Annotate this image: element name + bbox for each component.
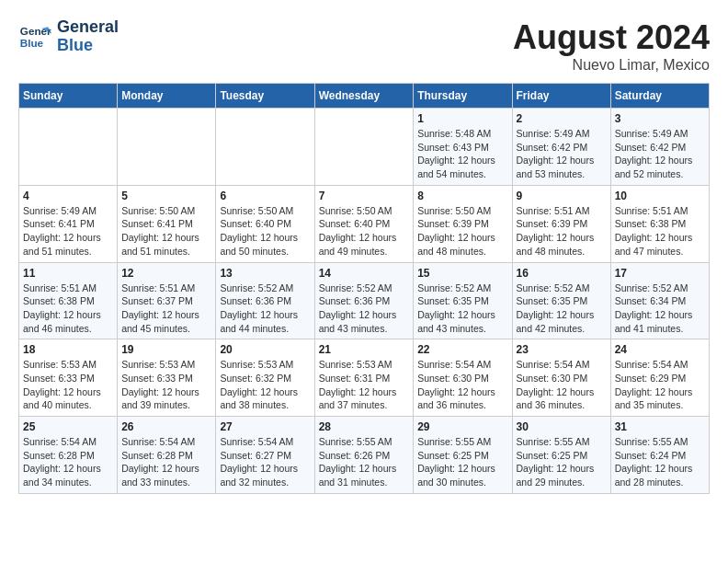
- day-number: 20: [220, 343, 310, 356]
- svg-text:Blue: Blue: [20, 37, 44, 49]
- day-info: Sunrise: 5:50 AM Sunset: 6:41 PM Dayligh…: [121, 204, 211, 259]
- day-info: Sunrise: 5:55 AM Sunset: 6:25 PM Dayligh…: [417, 435, 507, 489]
- day-info: Sunrise: 5:55 AM Sunset: 6:25 PM Dayligh…: [517, 435, 607, 489]
- calendar-cell: 13Sunrise: 5:52 AM Sunset: 6:36 PM Dayli…: [216, 262, 314, 339]
- day-number: 23: [517, 343, 607, 356]
- day-number: 10: [615, 190, 705, 202]
- day-info: Sunrise: 5:49 AM Sunset: 6:42 PM Dayligh…: [615, 127, 705, 181]
- calendar-body: 1Sunrise: 5:48 AM Sunset: 6:43 PM Daylig…: [19, 109, 710, 494]
- day-number: 1: [417, 112, 507, 125]
- calendar-cell: 16Sunrise: 5:52 AM Sunset: 6:35 PM Dayli…: [512, 262, 610, 339]
- day-info: Sunrise: 5:52 AM Sunset: 6:36 PM Dayligh…: [319, 282, 410, 336]
- day-number: 12: [121, 267, 211, 280]
- day-info: Sunrise: 5:55 AM Sunset: 6:24 PM Dayligh…: [615, 435, 705, 489]
- day-number: 27: [220, 420, 310, 433]
- calendar-cell: 3Sunrise: 5:49 AM Sunset: 6:42 PM Daylig…: [610, 109, 709, 186]
- calendar-cell: 27Sunrise: 5:54 AM Sunset: 6:27 PM Dayli…: [216, 417, 314, 494]
- day-info: Sunrise: 5:51 AM Sunset: 6:39 PM Dayligh…: [517, 204, 607, 259]
- calendar-cell: 14Sunrise: 5:52 AM Sunset: 6:36 PM Dayli…: [314, 262, 414, 339]
- day-info: Sunrise: 5:48 AM Sunset: 6:43 PM Dayligh…: [417, 127, 507, 181]
- day-info: Sunrise: 5:53 AM Sunset: 6:33 PM Dayligh…: [23, 358, 113, 412]
- calendar-cell: 24Sunrise: 5:54 AM Sunset: 6:29 PM Dayli…: [610, 339, 709, 417]
- page-header: General Blue General Blue August 2024 Nu…: [18, 18, 710, 74]
- day-info: Sunrise: 5:51 AM Sunset: 6:37 PM Dayligh…: [121, 282, 211, 336]
- calendar-header: SundayMondayTuesdayWednesdayThursdayFrid…: [19, 84, 710, 109]
- day-number: 24: [615, 343, 705, 356]
- day-number: 6: [220, 190, 310, 202]
- day-info: Sunrise: 5:54 AM Sunset: 6:28 PM Dayligh…: [23, 435, 113, 489]
- day-number: 3: [615, 112, 705, 125]
- calendar-cell: 31Sunrise: 5:55 AM Sunset: 6:24 PM Dayli…: [610, 417, 709, 494]
- day-info: Sunrise: 5:53 AM Sunset: 6:32 PM Dayligh…: [220, 358, 310, 412]
- calendar-cell: 4Sunrise: 5:49 AM Sunset: 6:41 PM Daylig…: [19, 185, 118, 262]
- day-info: Sunrise: 5:52 AM Sunset: 6:35 PM Dayligh…: [417, 282, 507, 336]
- day-info: Sunrise: 5:54 AM Sunset: 6:30 PM Dayligh…: [517, 358, 607, 412]
- weekday-header: Friday: [512, 84, 610, 109]
- day-info: Sunrise: 5:54 AM Sunset: 6:28 PM Dayligh…: [121, 435, 211, 489]
- day-info: Sunrise: 5:50 AM Sunset: 6:40 PM Dayligh…: [220, 204, 310, 259]
- day-info: Sunrise: 5:54 AM Sunset: 6:27 PM Dayligh…: [220, 435, 310, 489]
- calendar-cell: 22Sunrise: 5:54 AM Sunset: 6:30 PM Dayli…: [414, 339, 512, 417]
- calendar-cell: 21Sunrise: 5:53 AM Sunset: 6:31 PM Dayli…: [314, 339, 414, 417]
- day-number: 8: [417, 190, 507, 202]
- day-number: 15: [417, 267, 507, 280]
- calendar-cell: 10Sunrise: 5:51 AM Sunset: 6:38 PM Dayli…: [610, 185, 709, 262]
- calendar-cell: 25Sunrise: 5:54 AM Sunset: 6:28 PM Dayli…: [19, 417, 118, 494]
- weekday-header: Sunday: [19, 84, 118, 109]
- day-number: 7: [319, 190, 410, 202]
- day-info: Sunrise: 5:50 AM Sunset: 6:40 PM Dayligh…: [319, 204, 410, 259]
- calendar-cell: 9Sunrise: 5:51 AM Sunset: 6:39 PM Daylig…: [512, 185, 610, 262]
- weekday-header: Wednesday: [314, 84, 414, 109]
- calendar-cell: 26Sunrise: 5:54 AM Sunset: 6:28 PM Dayli…: [118, 417, 216, 494]
- calendar-week-row: 25Sunrise: 5:54 AM Sunset: 6:28 PM Dayli…: [19, 417, 710, 494]
- calendar-cell: [216, 109, 314, 186]
- day-info: Sunrise: 5:51 AM Sunset: 6:38 PM Dayligh…: [23, 282, 113, 336]
- calendar-week-row: 18Sunrise: 5:53 AM Sunset: 6:33 PM Dayli…: [19, 339, 710, 417]
- calendar-cell: 30Sunrise: 5:55 AM Sunset: 6:25 PM Dayli…: [512, 417, 610, 494]
- day-number: 14: [319, 267, 410, 280]
- weekday-header: Monday: [118, 84, 216, 109]
- day-number: 18: [23, 343, 113, 356]
- weekday-header: Saturday: [610, 84, 709, 109]
- day-number: 25: [23, 420, 113, 433]
- weekday-header: Thursday: [414, 84, 512, 109]
- day-number: 4: [23, 190, 113, 202]
- calendar-cell: [314, 109, 414, 186]
- calendar-cell: 8Sunrise: 5:50 AM Sunset: 6:39 PM Daylig…: [414, 185, 512, 262]
- day-info: Sunrise: 5:50 AM Sunset: 6:39 PM Dayligh…: [417, 204, 507, 259]
- calendar-cell: 6Sunrise: 5:50 AM Sunset: 6:40 PM Daylig…: [216, 185, 314, 262]
- logo: General Blue General Blue: [18, 18, 119, 55]
- calendar-cell: 29Sunrise: 5:55 AM Sunset: 6:25 PM Dayli…: [414, 417, 512, 494]
- calendar-cell: 7Sunrise: 5:50 AM Sunset: 6:40 PM Daylig…: [314, 185, 414, 262]
- calendar-cell: 18Sunrise: 5:53 AM Sunset: 6:33 PM Dayli…: [19, 339, 118, 417]
- calendar-week-row: 1Sunrise: 5:48 AM Sunset: 6:43 PM Daylig…: [19, 109, 710, 186]
- calendar-week-row: 4Sunrise: 5:49 AM Sunset: 6:41 PM Daylig…: [19, 185, 710, 262]
- day-info: Sunrise: 5:55 AM Sunset: 6:26 PM Dayligh…: [319, 435, 410, 489]
- day-number: 28: [319, 420, 410, 433]
- calendar-cell: [19, 109, 118, 186]
- day-info: Sunrise: 5:49 AM Sunset: 6:41 PM Dayligh…: [23, 204, 113, 259]
- calendar-cell: 11Sunrise: 5:51 AM Sunset: 6:38 PM Dayli…: [19, 262, 118, 339]
- day-number: 13: [220, 267, 310, 280]
- day-info: Sunrise: 5:51 AM Sunset: 6:38 PM Dayligh…: [615, 204, 705, 259]
- day-number: 31: [615, 420, 705, 433]
- day-info: Sunrise: 5:49 AM Sunset: 6:42 PM Dayligh…: [517, 127, 607, 181]
- day-number: 17: [615, 267, 705, 280]
- calendar-cell: [118, 109, 216, 186]
- day-number: 2: [517, 112, 607, 125]
- title-area: August 2024 Nuevo Limar, Mexico: [513, 18, 710, 74]
- calendar-cell: 2Sunrise: 5:49 AM Sunset: 6:42 PM Daylig…: [512, 109, 610, 186]
- day-number: 19: [121, 343, 211, 356]
- day-info: Sunrise: 5:53 AM Sunset: 6:33 PM Dayligh…: [121, 358, 211, 412]
- calendar-cell: 19Sunrise: 5:53 AM Sunset: 6:33 PM Dayli…: [118, 339, 216, 417]
- logo-icon: General Blue: [18, 20, 51, 53]
- day-number: 30: [517, 420, 607, 433]
- day-number: 29: [417, 420, 507, 433]
- day-number: 26: [121, 420, 211, 433]
- calendar-cell: 5Sunrise: 5:50 AM Sunset: 6:41 PM Daylig…: [118, 185, 216, 262]
- day-info: Sunrise: 5:52 AM Sunset: 6:36 PM Dayligh…: [220, 282, 310, 336]
- day-number: 5: [121, 190, 211, 202]
- month-title: August 2024: [513, 18, 710, 57]
- calendar-cell: 28Sunrise: 5:55 AM Sunset: 6:26 PM Dayli…: [314, 417, 414, 494]
- location: Nuevo Limar, Mexico: [513, 57, 710, 74]
